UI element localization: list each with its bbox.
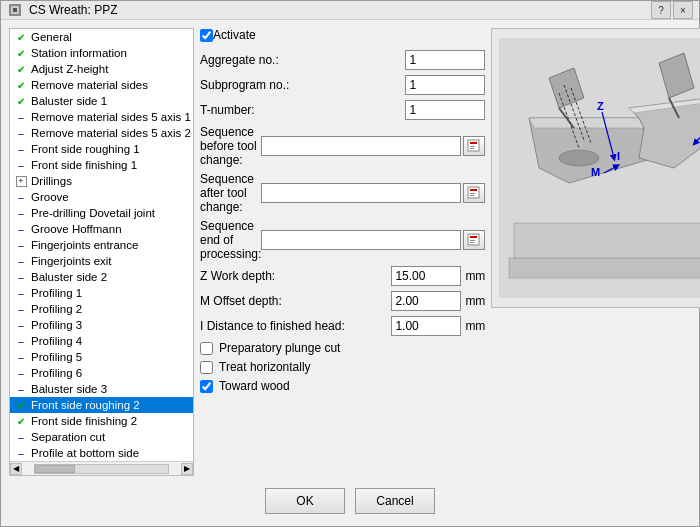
tree-panel[interactable]: ✔General✔Station information✔Adjust Z-he… — [9, 28, 194, 476]
seq-end-input[interactable] — [262, 231, 442, 249]
tree-item[interactable]: –Pre-drilling Dovetail joint — [10, 205, 193, 221]
seq-after-field[interactable] — [261, 183, 461, 203]
tree-item[interactable]: ✔Baluster side 1 — [10, 93, 193, 109]
tree-item[interactable]: ✔Station information — [10, 45, 193, 61]
tree-item[interactable]: ✔Front side finishing 2 — [10, 413, 193, 429]
check-icon: ✔ — [14, 62, 28, 76]
tree-item[interactable]: +Drillings — [10, 173, 193, 189]
dash-icon: – — [14, 382, 28, 396]
tree-item-label: Groove — [31, 191, 69, 203]
tree-item-label: Fingerjoints exit — [31, 255, 112, 267]
tree-item[interactable]: –Groove Hoffmann — [10, 221, 193, 237]
seq-end-field[interactable] — [261, 230, 461, 250]
plunge-row: Preparatory plunge cut — [200, 341, 485, 355]
svg-rect-3 — [468, 140, 479, 151]
tree-item[interactable]: –Front side roughing 1 — [10, 141, 193, 157]
tree-item-label: Profiling 4 — [31, 335, 82, 347]
tree-item[interactable]: –Profiling 6 — [10, 365, 193, 381]
tree-item[interactable]: –Fingerjoints exit — [10, 253, 193, 269]
scrollbar-track[interactable] — [34, 464, 169, 474]
content-area: ✔General✔Station information✔Adjust Z-he… — [1, 20, 699, 527]
seq-end-button[interactable] — [463, 230, 485, 250]
tree-item-label: Front side finishing 2 — [31, 415, 137, 427]
tree-item[interactable]: –Profiling 4 — [10, 333, 193, 349]
tree-item[interactable]: –Baluster side 3 — [10, 381, 193, 397]
seq-after-button[interactable] — [463, 183, 485, 203]
tree-item[interactable]: –Baluster side 2 — [10, 269, 193, 285]
treat-label[interactable]: Treat horizontally — [219, 360, 311, 374]
window-title: CS Wreath: PPZ — [29, 3, 651, 17]
zwork-input[interactable] — [391, 266, 461, 286]
svg-rect-14 — [470, 242, 474, 243]
subprogram-input[interactable] — [405, 75, 485, 95]
tree-item[interactable]: –Remove material sides 5 axis 1 — [10, 109, 193, 125]
svg-marker-17 — [514, 223, 700, 258]
idistance-label: I Distance to finished head: — [200, 319, 391, 333]
tree-item-label: Remove material sides 5 axis 2 — [31, 127, 191, 139]
dash-icon: – — [14, 318, 28, 332]
dash-icon: – — [14, 254, 28, 268]
tree-item[interactable]: –Profiling 1 — [10, 285, 193, 301]
tree-item[interactable]: –Groove — [10, 189, 193, 205]
tree-item-label: Baluster side 1 — [31, 95, 107, 107]
right-panel: Activate Aggregate no.: Subprogram no.: — [200, 28, 700, 476]
cancel-button[interactable]: Cancel — [355, 488, 435, 514]
seq-after-input[interactable] — [262, 184, 442, 202]
tree-item-label: Front side roughing 1 — [31, 143, 140, 155]
treat-checkbox[interactable] — [200, 361, 213, 374]
svg-rect-4 — [470, 142, 477, 144]
tree-item[interactable]: –Remove material sides 5 axis 2 — [10, 125, 193, 141]
scrollbar-thumb[interactable] — [35, 465, 75, 473]
scroll-left-arrow[interactable]: ◀ — [10, 463, 22, 475]
svg-text:I: I — [617, 150, 620, 162]
dash-icon: – — [14, 430, 28, 444]
plunge-checkbox[interactable] — [200, 342, 213, 355]
close-button[interactable]: × — [673, 1, 693, 19]
svg-rect-8 — [470, 189, 477, 191]
tree-item-label: Adjust Z-height — [31, 63, 108, 75]
tree-item[interactable]: ✔Front side roughing 2 — [10, 397, 193, 413]
tree-item[interactable]: –Separation cut — [10, 429, 193, 445]
idistance-input[interactable] — [391, 316, 461, 336]
check-icon: ✔ — [14, 398, 28, 412]
tree-item-label: Remove material sides — [31, 79, 148, 91]
tree-item[interactable]: –Profiling 2 — [10, 301, 193, 317]
tree-item[interactable]: ✔Adjust Z-height — [10, 61, 193, 77]
seq-before-field[interactable] — [261, 136, 461, 156]
tree-item[interactable]: –Profiling 5 — [10, 349, 193, 365]
dash-icon: – — [14, 206, 28, 220]
moffset-input[interactable] — [391, 291, 461, 311]
svg-rect-2 — [13, 8, 17, 12]
scroll-right-arrow[interactable]: ▶ — [181, 463, 193, 475]
tree-item-label: Separation cut — [31, 431, 105, 443]
tree-item[interactable]: ✔General — [10, 29, 193, 45]
aggregate-input[interactable] — [405, 50, 485, 70]
tree-item[interactable]: –Profiling 3 — [10, 317, 193, 333]
tree-item[interactable]: –Profile at bottom side — [10, 445, 193, 461]
activate-checkbox[interactable] — [200, 29, 213, 42]
dash-icon: – — [14, 334, 28, 348]
help-button[interactable]: ? — [651, 1, 671, 19]
check-icon: ✔ — [14, 94, 28, 108]
toward-label[interactable]: Toward wood — [219, 379, 290, 393]
tree-item[interactable]: ✔Remove material sides — [10, 77, 193, 93]
seq-before-input[interactable] — [262, 137, 442, 155]
tree-item-label: Profiling 2 — [31, 303, 82, 315]
seq-before-button[interactable] — [463, 136, 485, 156]
horizontal-scrollbar[interactable]: ◀ ▶ — [10, 461, 193, 475]
tnumber-input[interactable] — [405, 100, 485, 120]
activate-label[interactable]: Activate — [213, 28, 256, 42]
tree-item[interactable]: –Fingerjoints entrance — [10, 237, 193, 253]
tree-item[interactable]: –Front side finishing 1 — [10, 157, 193, 173]
toward-checkbox[interactable] — [200, 380, 213, 393]
diagram-svg: Z M I I — [499, 38, 700, 298]
main-window: CS Wreath: PPZ ? × ✔General✔Station info… — [0, 0, 700, 527]
plunge-label[interactable]: Preparatory plunge cut — [219, 341, 340, 355]
dash-icon: – — [14, 110, 28, 124]
svg-rect-11 — [468, 234, 479, 245]
window-icon — [7, 2, 23, 18]
ok-button[interactable]: OK — [265, 488, 345, 514]
svg-text:M: M — [591, 166, 600, 178]
right-top: Activate Aggregate no.: Subprogram no.: — [200, 28, 700, 476]
dash-icon: – — [14, 222, 28, 236]
